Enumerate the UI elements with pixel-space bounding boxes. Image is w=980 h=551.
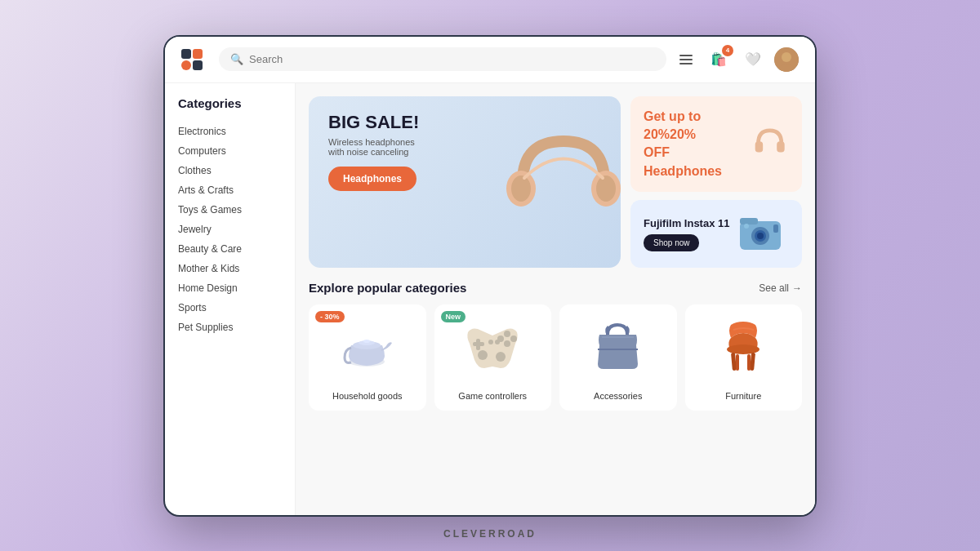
svg-rect-14 xyxy=(773,224,778,233)
discount-percent: 20% xyxy=(644,127,670,141)
hero-section: BIG SALE! Wireless headphoneswith noise … xyxy=(309,96,802,269)
hero-banner[interactable]: BIG SALE! Wireless headphoneswith noise … xyxy=(309,96,621,269)
small-headphone-icon xyxy=(751,123,789,164)
sidebar-title: Categories xyxy=(178,96,282,110)
sidebar-item-computers[interactable]: Computers xyxy=(178,141,282,161)
new-badge: New xyxy=(441,311,466,322)
svg-rect-25 xyxy=(476,339,480,350)
popular-categories-section: Explore popular categories See all → - 3… xyxy=(309,281,802,411)
svg-rect-32 xyxy=(750,352,755,370)
sidebar-item-home[interactable]: Home Design xyxy=(178,278,282,298)
svg-rect-34 xyxy=(747,354,751,371)
sidebar-item-beauty[interactable]: Beauty & Care xyxy=(178,239,282,259)
sidebar-item-arts[interactable]: Arts & Crafts xyxy=(178,180,282,200)
svg-point-27 xyxy=(496,352,506,362)
headphones-discount-banner[interactable]: Get up to 20%20% OFF Headphones xyxy=(630,96,802,193)
cart-badge: 4 xyxy=(722,45,733,56)
accessories-image xyxy=(586,314,651,380)
controller-image xyxy=(460,314,525,380)
brand-name: CLEVERROAD xyxy=(443,528,537,540)
header: 🔍 🛍️ 4 🤍 xyxy=(165,37,815,83)
arrow-icon: → xyxy=(792,282,802,294)
category-card-accessories[interactable]: Accessories xyxy=(559,304,677,411)
categories-grid: - 30% xyxy=(309,304,802,411)
search-bar[interactable]: 🔍 xyxy=(219,47,666,71)
category-name-accessories: Accessories xyxy=(594,391,642,401)
svg-point-13 xyxy=(757,233,764,239)
category-name-household: Household goods xyxy=(332,391,403,401)
hero-title: BIG SALE! xyxy=(328,113,604,132)
fujifilm-text: Fujifilm Instax 11 Shop now xyxy=(644,217,729,251)
svg-point-30 xyxy=(727,344,760,354)
section-header: Explore popular categories See all → xyxy=(309,281,802,295)
sidebar-item-jewelry[interactable]: Jewelry xyxy=(178,220,282,239)
side-banners: Get up to 20%20% OFF Headphones xyxy=(630,96,802,269)
household-image xyxy=(335,314,400,380)
sidebar-item-clothes[interactable]: Clothes xyxy=(178,161,282,180)
app-logo[interactable] xyxy=(181,49,203,70)
fujifilm-title: Fujifilm Instax 11 xyxy=(644,217,729,229)
svg-point-1 xyxy=(782,52,791,62)
discount-text: Get up to 20%20% OFF Headphones xyxy=(644,108,751,181)
sidebar-item-mother[interactable]: Mother & Kids xyxy=(178,259,282,278)
svg-point-20 xyxy=(504,340,510,347)
category-card-furniture[interactable]: Furniture xyxy=(685,304,803,411)
svg-point-29 xyxy=(495,340,500,344)
avatar[interactable] xyxy=(774,47,799,72)
wishlist-button[interactable]: 🤍 xyxy=(740,47,766,73)
discount-line2: OFF Headphones xyxy=(644,145,722,177)
camera-image xyxy=(736,211,789,256)
see-all-link[interactable]: See all → xyxy=(759,282,802,294)
sidebar-item-toys[interactable]: Toys & Games xyxy=(178,200,282,220)
category-card-controllers[interactable]: New xyxy=(434,304,552,411)
browser-frame: 🔍 🛍️ 4 🤍 xyxy=(163,35,817,517)
svg-rect-33 xyxy=(736,354,739,371)
svg-point-15 xyxy=(744,224,749,229)
hero-subtitle: Wireless headphoneswith noise canceling xyxy=(328,137,604,157)
hero-text: BIG SALE! Wireless headphoneswith noise … xyxy=(328,113,604,191)
svg-point-28 xyxy=(488,340,493,344)
cart-button[interactable]: 🛍️ 4 xyxy=(706,47,732,73)
discount-badge: - 30% xyxy=(315,311,345,322)
app-content: Categories Electronics Computers Clothes… xyxy=(165,83,815,515)
fujifilm-banner[interactable]: Fujifilm Instax 11 Shop now xyxy=(630,200,802,268)
svg-point-26 xyxy=(478,350,488,360)
shop-now-button[interactable]: Shop now xyxy=(644,234,699,251)
hero-button[interactable]: Headphones xyxy=(328,167,416,191)
svg-point-22 xyxy=(510,335,517,342)
furniture-image xyxy=(710,314,776,380)
svg-point-23 xyxy=(504,331,510,337)
svg-rect-7 xyxy=(755,141,762,152)
svg-rect-10 xyxy=(740,218,758,224)
svg-point-19 xyxy=(363,340,370,343)
category-name-furniture: Furniture xyxy=(725,391,761,401)
section-title: Explore popular categories xyxy=(309,281,466,295)
header-icons: 🛍️ 4 🤍 xyxy=(706,47,799,73)
sidebar: Categories Electronics Computers Clothes… xyxy=(165,83,296,515)
sidebar-item-sports[interactable]: Sports xyxy=(178,298,282,318)
menu-icon[interactable] xyxy=(676,51,696,68)
main-content: BIG SALE! Wireless headphoneswith noise … xyxy=(296,83,815,515)
svg-rect-31 xyxy=(731,352,737,370)
search-icon: 🔍 xyxy=(230,53,243,65)
svg-rect-8 xyxy=(777,141,784,152)
discount-line1: Get up to xyxy=(644,109,701,123)
category-card-household[interactable]: - 30% xyxy=(309,304,426,411)
sidebar-item-pets[interactable]: Pet Supplies xyxy=(178,318,282,337)
sidebar-item-electronics[interactable]: Electronics xyxy=(178,122,282,141)
category-name-controllers: Game controllers xyxy=(458,391,527,401)
search-input[interactable] xyxy=(249,53,655,65)
